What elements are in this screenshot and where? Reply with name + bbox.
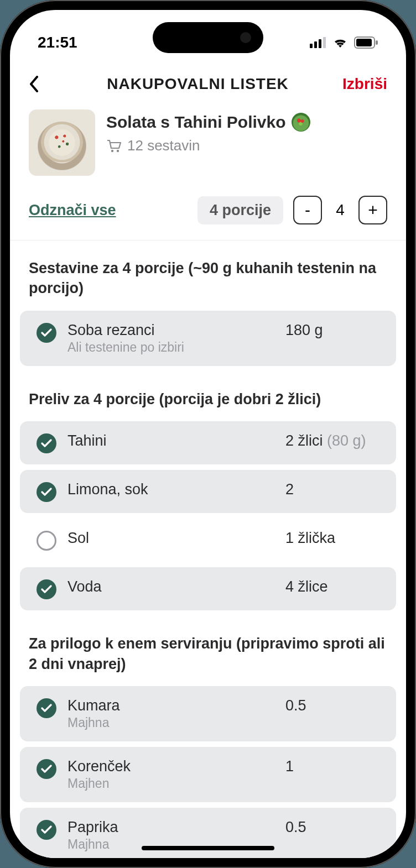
ingredient-left: Limona, sok <box>67 481 277 498</box>
ingredient-body: KorenčekMajhen1 <box>67 758 379 791</box>
svg-rect-5 <box>356 39 372 46</box>
ingredient-note: Majhen <box>67 776 277 791</box>
delete-button[interactable]: Izbriši <box>342 75 387 93</box>
section-title: Sestavine za 4 porcije (~90 g kuhanih te… <box>10 240 406 311</box>
ingredient-left: Sol <box>67 530 277 547</box>
ingredient-row[interactable]: KumaraMajhna0.5 <box>20 686 396 741</box>
ingredient-left: Voda <box>67 578 277 595</box>
ingredients-count: 12 sestavin <box>106 137 387 154</box>
svg-point-8 <box>117 149 119 151</box>
ingredient-amount: 1 žlička <box>285 530 379 547</box>
ingredient-name: Tahini <box>67 432 277 449</box>
svg-rect-0 <box>310 44 313 48</box>
recipe-info: Solata s Tahini Polivko 12 sestavin <box>106 109 387 154</box>
status-time: 21:51 <box>38 34 77 51</box>
ingredient-amount: 4 žlice <box>285 578 379 595</box>
portion-count: 4 <box>332 201 349 219</box>
checkmark-icon[interactable] <box>37 482 56 502</box>
checkmark-icon[interactable] <box>37 579 56 599</box>
ingredient-body: KumaraMajhna0.5 <box>67 697 379 730</box>
ingredient-row[interactable]: Soba rezanciAli testenine po izbiri180 g <box>20 311 396 366</box>
ingredient-body: Tahini2 žlici (80 g) <box>67 432 379 449</box>
deselect-all-button[interactable]: Odznači vse <box>29 202 116 219</box>
ingredient-body: Sol1 žlička <box>67 530 379 547</box>
ingredient-left: KumaraMajhna <box>67 697 277 730</box>
ingredient-row[interactable]: KorenčekMajhen1 <box>20 747 396 802</box>
ingredient-left: KorenčekMajhen <box>67 758 277 791</box>
ingredient-name: Soba rezanci <box>67 322 277 339</box>
increment-button[interactable]: + <box>358 196 387 224</box>
ingredient-amount: 0.5 <box>285 819 379 852</box>
checkmark-icon[interactable] <box>37 323 56 343</box>
ingredient-name: Voda <box>67 578 277 595</box>
ingredient-row[interactable]: Tahini2 žlici (80 g) <box>20 421 396 464</box>
ingredient-name: Korenček <box>67 758 277 775</box>
battery-icon <box>354 36 378 49</box>
ingredients-count-text: 12 sestavin <box>127 137 200 154</box>
ingredients-list[interactable]: Sestavine za 4 porcije (~90 g kuhanih te… <box>10 240 406 858</box>
ingredient-name: Sol <box>67 530 277 547</box>
section-title: Preliv za 4 porcije (porcija je dobri 2 … <box>10 372 406 421</box>
recipe-title-text: Solata s Tahini Polivko <box>106 113 286 132</box>
notch <box>153 22 263 53</box>
ingredient-left: Tahini <box>67 432 277 449</box>
ingredient-body: Voda4 žlice <box>67 578 379 595</box>
checkmark-icon[interactable] <box>37 820 56 840</box>
ingredient-name: Paprika <box>67 819 277 836</box>
ingredient-row[interactable]: Sol1 žlička <box>20 519 396 562</box>
ingredient-body: Limona, sok2 <box>67 481 379 498</box>
svg-point-7 <box>111 149 113 151</box>
nav-bar: NAKUPOVALNI LISTEK Izbriši <box>10 65 406 107</box>
svg-rect-6 <box>376 40 378 45</box>
checkmark-icon[interactable] <box>37 433 56 453</box>
ingredient-amount: 0.5 <box>285 697 379 730</box>
svg-rect-1 <box>314 41 317 48</box>
salad-icon <box>292 113 310 132</box>
status-right <box>310 36 378 49</box>
decrement-button[interactable]: - <box>293 196 322 224</box>
section-title: Za prilogo k enem serviranju (pripravimo… <box>10 616 406 686</box>
phone-screen: 21:51 NAKUPOVALNI LISTEK Izbriši <box>10 10 406 858</box>
ingredient-amount: 1 <box>285 758 379 791</box>
recipe-summary: Solata s Tahini Polivko 12 sestavin <box>10 107 406 176</box>
back-button[interactable] <box>29 76 53 92</box>
phone-frame: 21:51 NAKUPOVALNI LISTEK Izbriši <box>0 0 416 868</box>
ingredient-name: Limona, sok <box>67 481 277 498</box>
portion-controls: 4 porcije - 4 + <box>197 196 387 224</box>
ingredient-name: Kumara <box>67 697 277 714</box>
recipe-thumbnail[interactable] <box>29 109 95 176</box>
ingredient-amount-sub: (80 g) <box>323 432 366 449</box>
svg-rect-2 <box>319 39 321 48</box>
ingredient-amount: 2 žlici (80 g) <box>285 432 379 449</box>
page-title: NAKUPOVALNI LISTEK <box>107 75 289 93</box>
ingredient-row[interactable]: Limona, sok2 <box>20 470 396 513</box>
checkmark-icon[interactable] <box>37 759 56 779</box>
cellular-icon <box>310 37 326 48</box>
ingredient-amount: 180 g <box>285 322 379 355</box>
recipe-title: Solata s Tahini Polivko <box>106 113 387 132</box>
ingredient-left: Soba rezanciAli testenine po izbiri <box>67 322 277 355</box>
unchecked-circle-icon[interactable] <box>37 531 56 551</box>
controls-row: Odznači vse 4 porcije - 4 + <box>10 176 406 240</box>
ingredient-note: Ali testenine po izbiri <box>67 340 277 355</box>
portions-badge: 4 porcije <box>197 196 283 224</box>
ingredient-row[interactable]: Voda4 žlice <box>20 567 396 610</box>
ingredient-row[interactable]: PaprikaMajhna0.5 <box>20 808 396 858</box>
checkmark-icon[interactable] <box>37 698 56 718</box>
wifi-icon <box>332 36 349 49</box>
svg-rect-3 <box>323 37 326 48</box>
ingredient-amount: 2 <box>285 481 379 498</box>
cart-icon <box>106 139 122 153</box>
ingredient-body: Soba rezanciAli testenine po izbiri180 g <box>67 322 379 355</box>
ingredient-note: Majhna <box>67 715 277 730</box>
home-indicator[interactable] <box>142 846 274 850</box>
